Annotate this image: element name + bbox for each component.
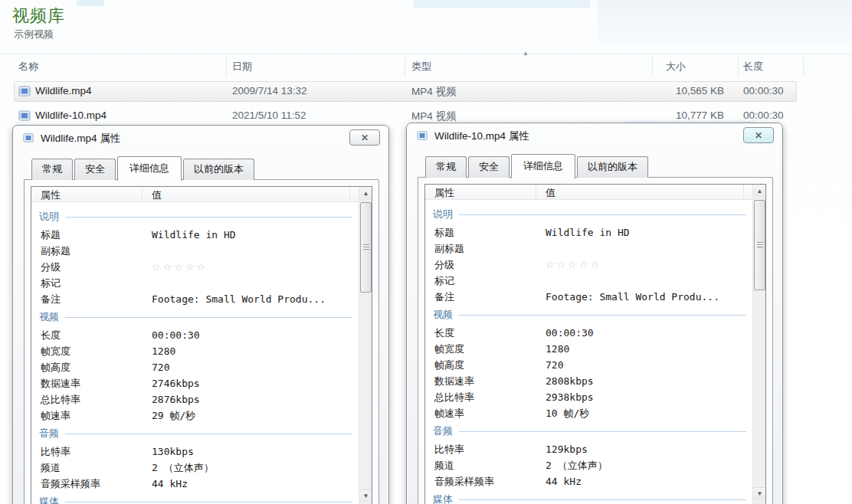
list-header: 属性 值 — [425, 185, 765, 200]
property-row[interactable]: 标记 — [31, 275, 359, 291]
section-rule — [65, 217, 352, 218]
column-header-row: ▲ 名称 日期 类型 大小 长度 — [0, 54, 852, 78]
property-row[interactable]: 比特率130kbps — [31, 443, 359, 460]
video-file-icon — [18, 110, 31, 122]
section-rule — [459, 315, 746, 316]
section-rule — [459, 431, 746, 432]
column-header-date[interactable]: 日期 — [232, 60, 252, 74]
column-divider[interactable] — [738, 57, 739, 77]
property-row[interactable]: 备注Footage: Small World Produ... — [31, 291, 359, 307]
value-column-header[interactable]: 值 — [536, 185, 744, 199]
file-row[interactable]: Wildlife.mp4 2009/7/14 13:32 MP4 视频 10,5… — [0, 81, 852, 103]
file-size: 10,565 KB — [652, 85, 724, 97]
list-body: 说明 标题Wildlife in HD 副标题 分级☆☆☆☆☆ 标记 备注Foo… — [31, 203, 359, 504]
file-type: MP4 视频 — [411, 110, 457, 123]
column-header-name[interactable]: 名称 — [18, 60, 38, 74]
file-name: Wildlife-10.mp4 — [35, 110, 106, 121]
sort-ascending-icon: ▲ — [523, 50, 529, 57]
file-date: 2009/7/14 13:32 — [232, 85, 307, 97]
tab-security[interactable]: 安全 — [468, 156, 510, 178]
property-row[interactable]: 帧高度720 — [425, 357, 752, 373]
column-header-type[interactable]: 类型 — [411, 60, 431, 74]
property-row[interactable]: 备注Footage: Small World Produ... — [425, 289, 752, 305]
property-column-header[interactable]: 属性 — [425, 185, 536, 199]
section-header: 音频 — [425, 421, 752, 441]
file-size: 10,777 KB — [652, 110, 724, 121]
property-row[interactable]: 标题Wildlife in HD — [31, 227, 359, 243]
property-row[interactable]: 帧速率29 帧/秒 — [31, 407, 359, 424]
property-row[interactable]: 帧宽度1280 — [31, 343, 359, 359]
file-name: Wildlife.mp4 — [35, 85, 92, 97]
property-row[interactable]: 副标题 — [425, 241, 752, 257]
close-button[interactable]: ✕ — [349, 129, 380, 146]
scrollbar[interactable]: ▲ ▼ — [752, 185, 765, 504]
section-rule — [65, 434, 352, 434]
properties-dialog: Wildlife.mp4 属性 ✕ 常规 安全 详细信息 以前的版本 属性 值 … — [12, 125, 389, 504]
tab-general[interactable]: 常规 — [31, 159, 73, 180]
rating-stars-icon[interactable]: ☆☆☆☆☆ — [152, 261, 359, 273]
scroll-down-button[interactable]: ▼ — [359, 489, 372, 502]
property-row[interactable]: 频道2 （立体声） — [425, 457, 752, 473]
tab-previous-versions[interactable]: 以前的版本 — [577, 156, 648, 178]
scrollbar[interactable]: ▲ ▼ — [359, 187, 372, 504]
column-header-size[interactable]: 大小 — [666, 60, 686, 74]
scroll-up-icon: ▲ — [363, 191, 369, 197]
property-row[interactable]: 音频采样频率44 kHz — [425, 473, 752, 489]
video-file-icon — [18, 85, 31, 97]
section-rule — [65, 502, 352, 502]
column-divider[interactable] — [652, 57, 653, 77]
property-row[interactable]: 数据速率2808kbps — [425, 373, 752, 389]
column-divider[interactable] — [405, 57, 405, 77]
background-tint — [77, 0, 104, 6]
section-header: 媒体 — [425, 489, 752, 504]
property-row[interactable]: 长度00:00:30 — [31, 327, 359, 343]
property-row[interactable]: 总比特率2876kbps — [31, 391, 359, 407]
tab-previous-versions[interactable]: 以前的版本 — [183, 159, 254, 180]
section-rule — [459, 214, 746, 215]
scrollbar-thumb[interactable] — [360, 202, 372, 293]
dialog-title: Wildlife.mp4 属性 — [41, 132, 120, 146]
scroll-down-icon: ▼ — [363, 493, 369, 499]
tab-general[interactable]: 常规 — [425, 156, 467, 178]
column-header-length[interactable]: 长度 — [743, 60, 763, 74]
close-button[interactable]: ✕ — [743, 127, 774, 143]
property-row[interactable]: 数据速率2746kbps — [31, 375, 359, 391]
scroll-up-button[interactable]: ▲ — [753, 185, 766, 198]
property-row[interactable]: 总比特率2938kbps — [425, 389, 752, 405]
property-row[interactable]: 频道2 （立体声） — [31, 460, 359, 476]
section-header: 媒体 — [31, 492, 359, 504]
property-row[interactable]: 比特率129kbps — [425, 441, 752, 457]
section-header: 视频 — [425, 305, 752, 325]
video-file-icon — [23, 133, 34, 143]
tab-details[interactable]: 详细信息 — [117, 156, 182, 181]
file-length: 00:00:30 — [743, 110, 784, 121]
scroll-down-button[interactable]: ▼ — [753, 487, 766, 500]
tab-security[interactable]: 安全 — [74, 159, 116, 180]
properties-list: 属性 值 说明 标题Wildlife in HD 副标题 分级☆☆☆☆☆ 标记 … — [424, 184, 766, 504]
property-row[interactable]: 帧高度720 — [31, 359, 359, 375]
column-divider[interactable] — [226, 57, 227, 77]
column-divider[interactable] — [803, 57, 804, 77]
property-column-header[interactable]: 属性 — [31, 187, 143, 201]
scroll-up-button[interactable]: ▲ — [359, 187, 372, 200]
dialog-titlebar[interactable]: Wildlife.mp4 属性 ✕ — [13, 126, 388, 150]
thumb-grip-icon — [363, 244, 369, 250]
value-column-header[interactable]: 值 — [143, 187, 350, 201]
property-row-rating[interactable]: 分级☆☆☆☆☆ — [425, 257, 752, 273]
property-row[interactable]: 标题Wildlife in HD — [425, 224, 752, 241]
property-row[interactable]: 帧宽度1280 — [425, 341, 752, 357]
details-tab-page: 属性 值 说明 标题Wildlife in HD 副标题 分级☆☆☆☆☆ 标记 … — [24, 179, 379, 504]
property-row[interactable]: 长度00:00:30 — [425, 325, 752, 341]
tab-details[interactable]: 详细信息 — [511, 154, 575, 178]
property-row[interactable]: 标记 — [425, 273, 752, 289]
property-row[interactable]: 帧速率10 帧/秒 — [425, 405, 752, 421]
dialog-titlebar[interactable]: Wildlife-10.mp4 属性 ✕ — [407, 123, 782, 148]
property-row[interactable]: 副标题 — [31, 243, 359, 259]
property-row[interactable]: 音频采样频率44 kHz — [31, 476, 359, 492]
file-length: 00:00:30 — [743, 85, 784, 97]
property-row-rating[interactable]: 分级☆☆☆☆☆ — [31, 259, 359, 275]
list-header: 属性 值 — [31, 187, 372, 202]
rating-stars-icon[interactable]: ☆☆☆☆☆ — [546, 259, 752, 270]
scrollbar-thumb[interactable] — [754, 200, 765, 290]
tab-strip: 常规 安全 详细信息 以前的版本 — [31, 159, 256, 180]
